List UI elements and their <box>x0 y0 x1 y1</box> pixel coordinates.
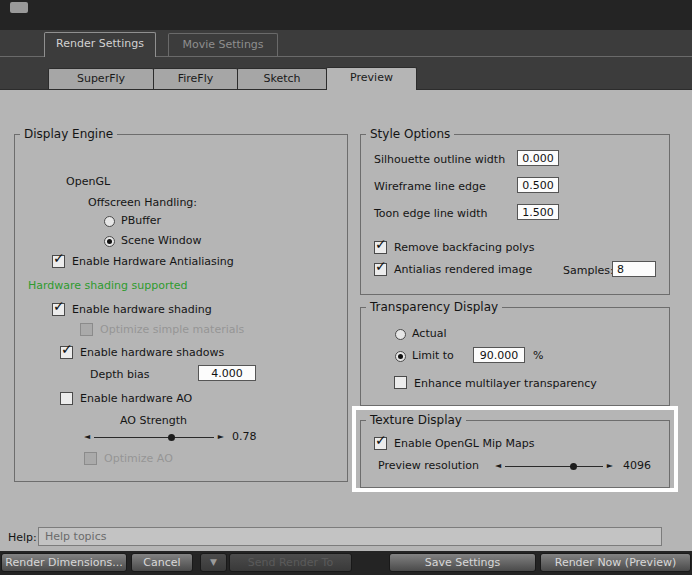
check-icon: ✓ <box>53 250 65 266</box>
slider-right-arrow-icon[interactable]: ► <box>218 430 224 444</box>
ao-strength-label: AO Strength <box>120 414 187 428</box>
enable-hw-ao-checkbox[interactable] <box>60 392 73 405</box>
tab-render-settings[interactable]: Render Settings <box>44 32 156 57</box>
pbuffer-radio[interactable] <box>104 216 115 227</box>
transparency-actual-label[interactable]: Actual <box>412 327 446 341</box>
check-icon: ✓ <box>375 432 387 448</box>
slider-right-arrow-icon[interactable]: ► <box>607 459 613 473</box>
transparency-limit-input[interactable] <box>473 347 525 363</box>
remove-backfacing-checkbox[interactable]: ✓ <box>374 241 387 254</box>
style-options-title: Style Options <box>366 127 454 141</box>
hw-shading-supported-text: Hardware shading supported <box>28 279 188 293</box>
enable-hw-antialiasing-checkbox[interactable]: ✓ <box>52 255 65 268</box>
send-render-to-button: Send Render To <box>229 553 352 572</box>
texture-display-group <box>360 420 670 488</box>
tab-firefly[interactable]: FireFly <box>153 68 238 89</box>
preview-resolution-slider-thumb[interactable] <box>570 463 577 470</box>
depth-bias-label: Depth bias <box>90 368 150 382</box>
transparency-display-title: Transparency Display <box>366 300 502 314</box>
optimize-simple-materials-label: Optimize simple materials <box>100 323 244 337</box>
help-label: Help: <box>8 531 37 545</box>
antialias-rendered-checkbox[interactable]: ✓ <box>374 263 387 276</box>
enhance-multilayer-checkbox[interactable] <box>394 376 407 389</box>
window-titlebar <box>0 0 692 30</box>
antialias-rendered-label[interactable]: Antialias rendered image <box>394 263 532 277</box>
check-icon: ✓ <box>375 236 387 252</box>
texture-display-title: Texture Display <box>366 413 466 427</box>
remove-backfacing-label[interactable]: Remove backfacing polys <box>394 241 534 255</box>
check-icon: ✓ <box>61 341 73 357</box>
enable-hw-shadows-label[interactable]: Enable hardware shadows <box>80 346 224 360</box>
tab-sketch[interactable]: Sketch <box>237 68 327 89</box>
silhouette-outline-width-input[interactable] <box>517 150 559 166</box>
render-settings-dialog: Render Settings Movie Settings SuperFly … <box>0 0 692 575</box>
enhance-multilayer-label[interactable]: Enhance multilayer transparency <box>414 377 597 391</box>
slider-left-arrow-icon[interactable]: ◄ <box>495 459 501 473</box>
enable-hw-antialiasing-label[interactable]: Enable Hardware Antialiasing <box>72 255 234 269</box>
enable-hw-ao-label[interactable]: Enable hardware AO <box>80 392 192 406</box>
preview-resolution-value: 4096 <box>623 459 651 473</box>
scene-window-radio[interactable] <box>104 236 115 247</box>
percent-sign-label: % <box>533 349 543 363</box>
save-settings-button[interactable]: Save Settings <box>389 553 536 572</box>
offscreen-handling-label: Offscreen Handling: <box>88 196 197 210</box>
tab-superfly[interactable]: SuperFly <box>48 68 154 89</box>
render-dimensions-button[interactable]: Render Dimensions... <box>1 553 127 572</box>
transparency-actual-radio[interactable] <box>395 329 406 340</box>
transparency-limit-radio[interactable] <box>395 351 406 362</box>
opengl-label: OpenGL <box>66 175 110 189</box>
toon-edge-line-width-input[interactable] <box>517 204 559 220</box>
pbuffer-label[interactable]: PBuffer <box>121 214 161 228</box>
enable-hw-shading-label[interactable]: Enable hardware shading <box>72 303 212 317</box>
check-icon: ✓ <box>375 258 387 274</box>
silhouette-outline-width-label: Silhouette outline width <box>374 153 505 167</box>
help-topics-input[interactable] <box>38 527 662 546</box>
toon-edge-line-width-label: Toon edge line width <box>374 207 487 221</box>
wireframe-line-edge-input[interactable] <box>517 177 559 193</box>
optimize-ao-checkbox <box>84 452 97 465</box>
display-engine-title: Display Engine <box>20 127 117 141</box>
ao-strength-value: 0.78 <box>232 430 257 444</box>
samples-label: Samples: <box>563 264 614 278</box>
preview-resolution-slider[interactable]: ◄ ► <box>495 459 613 473</box>
ao-strength-slider[interactable]: ◄ ► <box>84 430 224 444</box>
preview-resolution-label: Preview resolution <box>378 459 479 473</box>
ao-strength-slider-track[interactable] <box>94 437 214 438</box>
slider-left-arrow-icon[interactable]: ◄ <box>84 430 90 444</box>
tab-movie-settings[interactable]: Movie Settings <box>168 33 278 56</box>
ao-strength-slider-thumb[interactable] <box>168 434 175 441</box>
enable-mipmaps-label[interactable]: Enable OpenGL Mip Maps <box>394 437 534 451</box>
tab-preview[interactable]: Preview <box>326 67 417 90</box>
enable-mipmaps-checkbox[interactable]: ✓ <box>374 437 387 450</box>
cancel-button[interactable]: Cancel <box>131 553 193 572</box>
wireframe-line-edge-label: Wireframe line edge <box>374 180 486 194</box>
scene-window-label[interactable]: Scene Window <box>121 234 201 248</box>
send-render-dropdown-button[interactable]: ▼ <box>200 553 227 572</box>
optimize-ao-label: Optimize AO <box>104 452 173 466</box>
preview-resolution-slider-track[interactable] <box>505 466 603 467</box>
render-now-button[interactable]: Render Now (Preview) <box>540 553 691 572</box>
window-menu-icon[interactable] <box>10 2 28 13</box>
depth-bias-input[interactable] <box>198 365 256 381</box>
enable-hw-shadows-checkbox[interactable]: ✓ <box>60 346 73 359</box>
transparency-limit-label[interactable]: Limit to <box>412 349 454 363</box>
optimize-simple-materials-checkbox <box>80 323 93 336</box>
samples-input[interactable] <box>612 261 656 277</box>
enable-hw-shading-checkbox[interactable]: ✓ <box>52 303 65 316</box>
check-icon: ✓ <box>53 298 65 314</box>
